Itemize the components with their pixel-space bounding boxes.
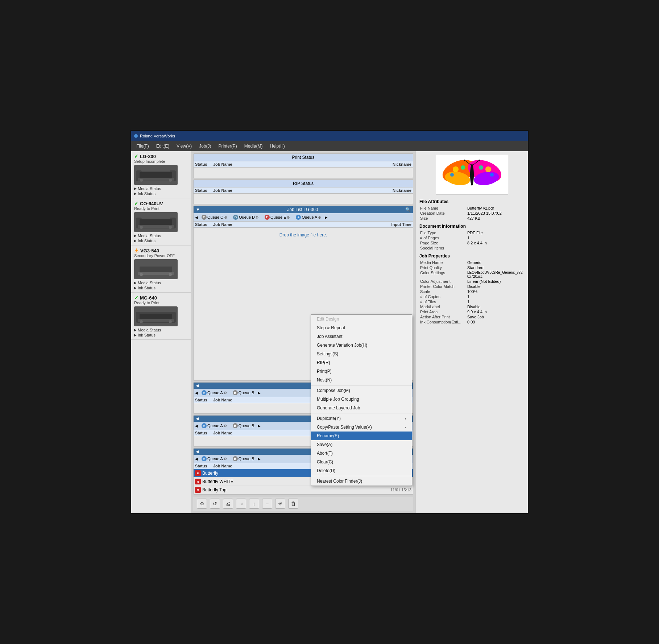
ink-status-link-co640uv[interactable]: ▶ Ink Status xyxy=(134,239,188,243)
gear-icon-d[interactable]: ⚙ xyxy=(256,215,259,219)
menu-printer[interactable]: Printer(P) xyxy=(215,142,241,150)
sq3-tab-a[interactable]: A Queue A ⚙ xyxy=(199,455,229,462)
printer-name-vg3540[interactable]: ⚠ VG3-540 xyxy=(134,248,188,253)
sq3-tab-b[interactable]: B Queue B xyxy=(231,455,256,462)
printer-name-lg300[interactable]: ✓ LG-300 xyxy=(134,153,188,159)
queue-tab-d[interactable]: D Queue D ⚙ xyxy=(231,214,261,220)
jp-val-coloradj: Linear (Not Edited) xyxy=(467,279,524,284)
ctx-job-assistant[interactable]: Job Assistant xyxy=(311,332,412,341)
refresh-button[interactable]: ↺ xyxy=(210,499,220,509)
media-status-link-mg640[interactable]: ▶ Media Status xyxy=(134,328,188,332)
chevron-icon: ▶ xyxy=(134,239,137,243)
sq3-collapse[interactable]: ◀ xyxy=(196,449,199,454)
sq2-label-b: Queue B xyxy=(239,424,254,428)
ctx-rename[interactable]: Rename(E) xyxy=(311,432,412,440)
sq1-prev[interactable]: ◀ xyxy=(195,391,198,395)
ctx-multiple-job-grouping[interactable]: Multiple Job Grouping xyxy=(311,395,412,404)
ctx-rip[interactable]: RIP(R) xyxy=(311,358,412,367)
gear-icon-a[interactable]: ⚙ xyxy=(318,215,321,219)
rip-col-status: Status xyxy=(195,188,213,193)
printer-status-vg3540: Secondary Power OFF xyxy=(134,253,188,258)
delete-button[interactable]: 🗑 xyxy=(288,499,298,509)
media-status-link-vg3540[interactable]: ▶ Media Status xyxy=(134,281,188,285)
ctx-copy-paste[interactable]: Copy/Paste Setting Value(V) › xyxy=(311,423,412,432)
sq2-tab-b[interactable]: B Queue B xyxy=(231,422,256,429)
media-status-link-lg300[interactable]: ▶ Media Status xyxy=(134,186,188,191)
sq2-next[interactable]: ▶ xyxy=(258,424,261,428)
ctx-generate-layered-job[interactable]: Generate Layered Job xyxy=(311,404,412,412)
sq2-collapse[interactable]: ◀ xyxy=(196,416,199,421)
jp-row-action: Action After Print Save Job xyxy=(419,314,524,319)
queue-tab-a[interactable]: A Queue A ⚙ xyxy=(294,214,323,220)
ctx-nest[interactable]: Nest(N) xyxy=(311,376,412,384)
move-button[interactable]: ⇥ xyxy=(236,499,246,509)
ctx-settings[interactable]: Settings(S) xyxy=(311,350,412,358)
ctx-save[interactable]: Save(A) xyxy=(311,440,412,449)
sq1-tab-b[interactable]: B Queue B xyxy=(231,389,256,396)
queue-label-e: Queue E xyxy=(270,215,286,219)
svg-rect-2 xyxy=(138,178,174,181)
download-button[interactable]: ↓ xyxy=(249,499,259,509)
minus-button[interactable]: − xyxy=(262,499,272,509)
ink-status-link-vg3540[interactable]: ▶ Ink Status xyxy=(134,286,188,290)
ctx-compose-job[interactable]: Compose Job(M) xyxy=(311,386,412,395)
sq2-badge-b: B xyxy=(233,423,238,428)
menu-edit[interactable]: Edit(E) xyxy=(153,142,173,150)
menu-file[interactable]: File(F) xyxy=(133,142,153,150)
ctx-abort[interactable]: Abort(T) xyxy=(311,449,412,458)
gear-icon-e[interactable]: ⚙ xyxy=(287,215,290,219)
menu-view[interactable]: View(V) xyxy=(173,142,195,150)
sq1-tab-a[interactable]: A Queue A ⚙ xyxy=(199,389,229,396)
menu-help[interactable]: Help(H) xyxy=(266,142,289,150)
tab-next[interactable]: ▶ xyxy=(325,215,328,219)
sq3-gear-a[interactable]: ⚙ xyxy=(224,457,227,461)
job-icon-butterfly-white: R xyxy=(195,479,201,484)
document-info-title: Document Information xyxy=(419,224,524,229)
queue-tab-e[interactable]: E Queue E ⚙ xyxy=(262,214,292,220)
sq2-gear-a[interactable]: ⚙ xyxy=(224,424,227,428)
ctx-arrow-duplicate: › xyxy=(405,417,406,421)
chevron-icon: ▶ xyxy=(134,286,137,290)
sq1-label-a: Queue A xyxy=(207,391,223,395)
ctx-delete[interactable]: Delete(D) xyxy=(311,466,412,475)
printer-item-lg300: ✓ LG-300 Setup Incomplete ▶ xyxy=(131,151,191,198)
job-row-butterfly-top[interactable]: R Butterfly Top 11/01 15:13 xyxy=(194,486,413,494)
ctx-nearest-color[interactable]: Nearest Color Finder(J) xyxy=(311,477,412,486)
printer-name-co640uv[interactable]: ✓ CO-640UV xyxy=(134,201,188,206)
settings-button[interactable]: ⚙ xyxy=(197,499,207,509)
sq2-label-a: Queue A xyxy=(207,424,223,428)
ctx-clear[interactable]: Clear(C) xyxy=(311,458,412,466)
ink-status-link-lg300[interactable]: ▶ Ink Status xyxy=(134,191,188,196)
ctx-print[interactable]: Print(P) xyxy=(311,367,412,376)
processing-button[interactable]: ✳ xyxy=(275,499,285,509)
search-icon[interactable]: 🔍 xyxy=(405,207,411,212)
queue-tab-c[interactable]: C Queue C ⚙ xyxy=(199,214,229,220)
printer-item-vg3540: ⚠ VG3-540 Secondary Power OFF ▶ Media S xyxy=(131,245,191,293)
rip-col-jobname: Job Name xyxy=(213,188,368,193)
sq1-next[interactable]: ▶ xyxy=(258,391,261,395)
rip-status-cols: Status Job Name Nickname xyxy=(194,187,413,194)
media-status-link-co640uv[interactable]: ▶ Media Status xyxy=(134,234,188,238)
sq1-gear-a[interactable]: ⚙ xyxy=(224,391,227,395)
ctx-generate-variation[interactable]: Generate Variation Job(H) xyxy=(311,341,412,350)
svg-point-27 xyxy=(461,165,465,170)
ink-status-link-mg640[interactable]: ▶ Ink Status xyxy=(134,333,188,337)
ctx-sep-1 xyxy=(311,385,412,385)
sq2-tab-a[interactable]: A Queue A ⚙ xyxy=(199,422,229,429)
printer-name-mg640[interactable]: ✓ MG-640 xyxy=(134,295,188,301)
di-row-pagesize: Page Size 8.2 x 4.4 in xyxy=(419,240,524,245)
sq2-prev[interactable]: ◀ xyxy=(195,424,198,428)
print-button[interactable]: 🖨 xyxy=(223,499,233,509)
menu-job[interactable]: Job(J) xyxy=(195,142,215,150)
menu-media[interactable]: Media(M) xyxy=(241,142,266,150)
ctx-duplicate[interactable]: Duplicate(Y) › xyxy=(311,414,412,423)
chevron-icon: ▶ xyxy=(134,333,137,337)
sq3-prev[interactable]: ◀ xyxy=(195,457,198,461)
sq3-next[interactable]: ▶ xyxy=(258,457,261,461)
tab-prev[interactable]: ◀ xyxy=(195,215,198,219)
gear-icon-c[interactable]: ⚙ xyxy=(224,215,227,219)
collapse-icon[interactable]: ▼ xyxy=(196,207,200,212)
job-time-butterfly-top: 11/01 15:13 xyxy=(375,488,411,492)
ctx-step-repeat[interactable]: Step & Repeat xyxy=(311,323,412,332)
sq1-collapse[interactable]: ◀ xyxy=(196,383,199,388)
